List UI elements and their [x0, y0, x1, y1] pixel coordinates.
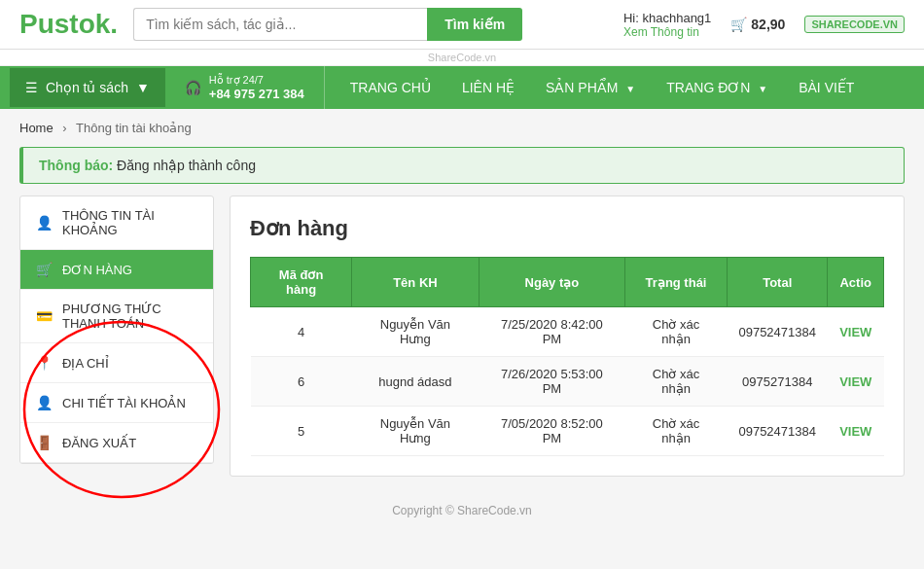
- user-icon: 👤: [36, 215, 53, 231]
- cell-customer: Nguyễn Văn Hưng: [352, 307, 479, 357]
- logout-icon: 🚪: [36, 435, 53, 450]
- cell-order-id: 6: [251, 357, 352, 407]
- sidebar-item-orders[interactable]: 🛒 ĐƠN HÀNG: [20, 250, 213, 290]
- cell-date: 7/25/2020 8:42:00 PM: [479, 307, 624, 357]
- header-right: Hi: khachhang1 Xem Thông tin 🛒 82,90 SHA…: [623, 11, 905, 39]
- nav-links: TRANG CHỦ LIÊN HỆ SẢN PHẨM ▼ TRANG ĐƠN ▼…: [335, 66, 871, 109]
- nav-link-contact[interactable]: LIÊN HỆ: [446, 66, 530, 109]
- user-info: Hi: khachhang1 Xem Thông tin: [623, 11, 711, 39]
- chevron-down-icon: ▼: [136, 80, 150, 95]
- watermark: ShareCode.vn: [0, 50, 924, 66]
- cell-status: Chờ xác nhận: [625, 357, 728, 407]
- orders-title: Đơn hàng: [250, 216, 884, 241]
- nav: ☰ Chọn tủ sách ▼ 🎧 Hỗ trợ 24/7 +84 975 2…: [0, 66, 924, 109]
- breadcrumb-separator: ›: [62, 121, 66, 135]
- header: Pustok. Tìm kiếm Hi: khachhang1 Xem Thôn…: [0, 0, 924, 50]
- orders-content: Đơn hàng Mã đơn hàng Tên KH Ngày tạo Trạ…: [230, 196, 905, 477]
- breadcrumb-home[interactable]: Home: [19, 121, 53, 135]
- notification-banner: Thông báo: Đăng nhập thành công: [19, 147, 905, 184]
- chevron-down-icon: ▼: [625, 84, 635, 94]
- location-icon: 📍: [36, 355, 53, 371]
- sidebar-label-account-info: THÔNG TIN TÀI KHOẢNG: [62, 208, 197, 237]
- nav-link-products[interactable]: SẢN PHẨM ▼: [530, 66, 651, 109]
- sidebar: 👤 THÔNG TIN TÀI KHOẢNG 🛒 ĐƠN HÀNG 💳 PHƯƠ…: [19, 196, 214, 464]
- cart-amount: 82,90: [751, 17, 785, 32]
- col-status: Trạng thái: [625, 258, 728, 307]
- search-button[interactable]: Tìm kiếm: [427, 8, 522, 41]
- cell-action[interactable]: VIEW: [828, 357, 884, 407]
- col-action: Actio: [828, 258, 884, 307]
- nav-support: 🎧 Hỗ trợ 24/7 +84 975 271 384: [165, 66, 325, 109]
- cell-customer: hugnd ádasd: [352, 357, 479, 407]
- cell-action[interactable]: VIEW: [828, 407, 884, 456]
- cart-info[interactable]: 🛒 82,90: [730, 17, 785, 32]
- cell-total: 0975271384: [727, 357, 828, 407]
- orders-table: Mã đơn hàng Tên KH Ngày tạo Trạng thái T…: [250, 257, 884, 456]
- user-greeting: Hi: khachhang1: [623, 11, 711, 25]
- col-order-id: Mã đơn hàng: [251, 258, 352, 307]
- search-bar: Tìm kiếm: [133, 8, 522, 41]
- payment-icon: 💳: [36, 308, 53, 324]
- sidebar-item-logout[interactable]: 🚪 ĐĂNG XUẤT: [20, 423, 213, 463]
- support-label: Hỗ trợ 24/7: [209, 74, 304, 87]
- col-total: Total: [727, 258, 828, 307]
- nav-link-blog[interactable]: BÀI VIẾT: [783, 66, 870, 109]
- footer: Copyright © ShareCode.vn: [0, 496, 924, 525]
- sidebar-label-payment: PHƯƠNG THỨC THANH TOÁN: [62, 302, 197, 331]
- sidebar-label-logout: ĐĂNG XUẤT: [62, 436, 136, 450]
- cell-status: Chờ xác nhận: [625, 407, 728, 456]
- hamburger-icon: ☰: [25, 80, 38, 95]
- sidebar-item-address[interactable]: 📍 ĐỊA CHỈ: [20, 343, 213, 383]
- person-icon: 👤: [36, 395, 53, 410]
- sidebar-item-payment[interactable]: 💳 PHƯƠNG THỨC THANH TOÁN: [20, 290, 213, 343]
- menu-button[interactable]: ☰ Chọn tủ sách ▼: [10, 68, 165, 107]
- sidebar-label-account-detail: CHI TIẾT TÀI KHOẢN: [62, 396, 186, 410]
- col-date: Ngày tạo: [479, 258, 624, 307]
- cell-status: Chờ xác nhận: [625, 307, 728, 357]
- headset-icon: 🎧: [185, 80, 201, 95]
- breadcrumb-current: Thông tin tài khoảng: [76, 121, 192, 135]
- logo: Pustok.: [19, 9, 118, 40]
- search-input[interactable]: [133, 8, 427, 41]
- cell-date: 7/26/2020 5:53:00 PM: [479, 357, 624, 407]
- cart-icon: 🛒: [36, 262, 53, 277]
- main-content: 👤 THÔNG TIN TÀI KHOẢNG 🛒 ĐƠN HÀNG 💳 PHƯƠ…: [0, 196, 924, 496]
- sidebar-item-account-detail[interactable]: 👤 CHI TIẾT TÀI KHOẢN: [20, 383, 213, 423]
- cell-order-id: 4: [251, 307, 352, 357]
- sidebar-label-orders: ĐƠN HÀNG: [62, 263, 132, 277]
- cell-order-id: 5: [251, 407, 352, 456]
- notification-label: Thông báo:: [39, 158, 113, 173]
- menu-label: Chọn tủ sách: [46, 80, 128, 95]
- nav-left: ☰ Chọn tủ sách ▼ 🎧 Hỗ trợ 24/7 +84 975 2…: [10, 66, 325, 109]
- sidebar-item-account-info[interactable]: 👤 THÔNG TIN TÀI KHOẢNG: [20, 196, 213, 250]
- cell-action[interactable]: VIEW: [828, 307, 884, 357]
- cell-total: 09752471384: [727, 407, 828, 456]
- cell-date: 7/05/2020 8:52:00 PM: [479, 407, 624, 456]
- table-row: 4 Nguyễn Văn Hưng 7/25/2020 8:42:00 PM C…: [251, 307, 884, 357]
- table-row: 6 hugnd ádasd 7/26/2020 5:53:00 PM Chờ x…: [251, 357, 884, 407]
- nav-link-pages[interactable]: TRANG ĐƠN ▼: [651, 66, 783, 109]
- view-account-link[interactable]: Xem Thông tin: [623, 25, 711, 39]
- notification-message: Đăng nhập thành công: [117, 158, 256, 173]
- cell-total: 09752471384: [727, 307, 828, 357]
- support-phone: +84 975 271 384: [209, 87, 304, 101]
- table-row: 5 Nguyễn Văn Hưng 7/05/2020 8:52:00 PM C…: [251, 407, 884, 456]
- cell-customer: Nguyễn Văn Hưng: [352, 407, 479, 456]
- chevron-down-icon: ▼: [758, 84, 767, 94]
- sharecode-badge: SHARECODE.VN: [804, 16, 905, 33]
- breadcrumb: Home › Thông tin tài khoảng: [0, 109, 924, 147]
- nav-link-home[interactable]: TRANG CHỦ: [335, 66, 446, 109]
- col-customer: Tên KH: [352, 258, 479, 307]
- sidebar-label-address: ĐỊA CHỈ: [62, 356, 109, 371]
- sidebar-wrapper: 👤 THÔNG TIN TÀI KHOẢNG 🛒 ĐƠN HÀNG 💳 PHƯƠ…: [19, 196, 214, 477]
